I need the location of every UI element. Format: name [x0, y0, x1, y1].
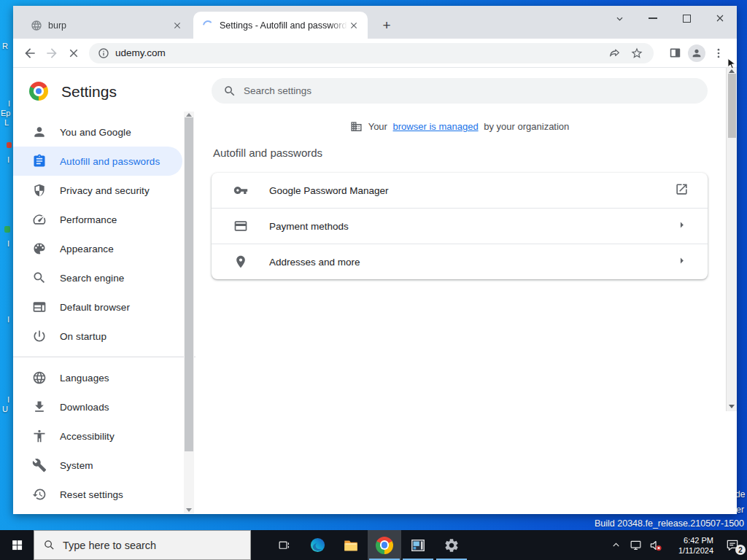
bookmark-star-icon[interactable]	[626, 42, 648, 64]
task-view-button[interactable]	[267, 530, 301, 560]
taskbar: 6:42 PM 1/11/2024 2	[0, 530, 747, 560]
palette-icon	[32, 241, 47, 256]
desktop-icon-label-fragment: de	[735, 489, 745, 499]
settings-gear-icon[interactable]	[435, 530, 468, 560]
minimize-button[interactable]	[636, 6, 670, 31]
managed-link[interactable]: browser is managed	[393, 121, 479, 132]
scroll-up-icon[interactable]	[186, 113, 192, 117]
stop-loading-button[interactable]	[63, 42, 85, 64]
desktop-icon-fragment	[4, 226, 10, 233]
sidebar-item-appearance[interactable]: Appearance	[13, 234, 182, 263]
tray-chevron-up-icon[interactable]	[606, 530, 626, 560]
sidebar-divider	[13, 357, 196, 357]
url-text[interactable]: udemy.com	[115, 47, 604, 58]
system-tray: 6:42 PM 1/11/2024 2	[606, 530, 747, 560]
desktop-icon-label-fragment: I	[7, 155, 9, 164]
scrollbar-thumb[interactable]	[185, 117, 193, 451]
chrome-window: burp Settings - Autofill and passwords +	[13, 6, 737, 514]
page-scrollbar[interactable]	[726, 68, 737, 411]
key-icon	[233, 183, 248, 198]
volume-muted-icon[interactable]	[646, 530, 665, 560]
chevron-right-icon	[675, 254, 689, 271]
address-bar[interactable]: udemy.com	[89, 43, 654, 63]
tab-settings[interactable]: Settings - Autofill and passwords	[193, 12, 368, 39]
clock-date: 1/11/2024	[668, 545, 713, 556]
sidebar-item-on-startup[interactable]: On startup	[13, 322, 182, 351]
taskbar-clock[interactable]: 6:42 PM 1/11/2024	[668, 535, 713, 556]
tab-title: Settings - Autofill and passwords	[220, 20, 347, 31]
sidebar-item-label: Languages	[60, 373, 109, 384]
row-payment-methods[interactable]: Payment methods	[212, 209, 708, 244]
row-addresses[interactable]: Addresses and more	[212, 244, 708, 279]
sidebar-item-search-engine[interactable]: Search engine	[13, 263, 182, 292]
sidebar-item-reset[interactable]: Reset settings	[13, 480, 182, 509]
tab-close-icon[interactable]	[171, 19, 184, 32]
search-icon	[223, 85, 236, 98]
settings-search-input[interactable]	[244, 85, 669, 96]
browser-window-icon	[32, 300, 47, 314]
sidebar-item-label: You and Google	[60, 127, 131, 138]
clipboard-icon	[32, 154, 47, 168]
open-in-new-icon[interactable]	[675, 182, 689, 199]
file-explorer-icon[interactable]	[334, 530, 368, 560]
forward-button[interactable]	[41, 42, 63, 64]
sidebar-item-label: Appearance	[60, 244, 114, 254]
back-button[interactable]	[19, 42, 41, 64]
page-title: Settings	[61, 83, 117, 101]
taskbar-search-input[interactable]	[63, 540, 209, 551]
taskbar-search[interactable]	[34, 530, 251, 560]
share-icon[interactable]	[604, 42, 626, 64]
new-tab-button[interactable]: +	[379, 18, 395, 34]
edge-icon[interactable]	[301, 530, 334, 560]
sidebar-item-label: Downloads	[60, 402, 109, 413]
scrollbar-thumb[interactable]	[728, 74, 736, 138]
sidebar-item-you-and-google[interactable]: You and Google	[13, 117, 182, 147]
sidebar-item-downloads[interactable]: Downloads	[13, 392, 182, 421]
start-button[interactable]	[0, 530, 34, 560]
scroll-down-icon[interactable]	[729, 405, 735, 408]
sidebar-item-autofill[interactable]: Autofill and passwords	[13, 147, 182, 176]
power-icon	[32, 329, 47, 343]
managed-notice: Your browser is managed by your organiza…	[212, 120, 708, 133]
network-icon[interactable]	[626, 530, 646, 560]
tab-title: burp	[48, 20, 171, 31]
person-icon	[32, 125, 47, 139]
settings-search[interactable]	[212, 78, 708, 104]
row-google-password-manager[interactable]: Google Password Manager	[212, 173, 708, 208]
profile-avatar-icon[interactable]	[686, 42, 708, 64]
chrome-logo-icon	[376, 537, 393, 554]
desktop-icon-label-fragment: Ep	[1, 109, 10, 117]
action-center-icon[interactable]: 2	[718, 530, 747, 560]
search-icon	[43, 539, 55, 551]
tab-search-chevron-icon[interactable]	[603, 6, 636, 31]
tab-close-icon[interactable]	[347, 19, 360, 32]
sidebar-item-system[interactable]: System	[13, 451, 182, 480]
sidebar-item-languages[interactable]: Languages	[13, 363, 182, 392]
app-window-icon[interactable]	[401, 530, 435, 560]
sidebar-item-accessibility[interactable]: Accessibility	[13, 421, 182, 451]
close-window-button[interactable]	[703, 6, 737, 31]
maximize-button[interactable]	[670, 6, 703, 31]
tab-strip: burp Settings - Autofill and passwords +	[13, 6, 737, 39]
row-label: Payment methods	[269, 221, 675, 232]
sidebar-item-performance[interactable]: Performance	[13, 205, 182, 234]
managed-text: by your organization	[484, 121, 569, 132]
chrome-taskbar-icon[interactable]	[368, 530, 401, 560]
desktop-icon-label-fragment: I	[7, 395, 9, 404]
desktop-icon-label-fragment: I	[8, 99, 10, 108]
organization-building-icon	[350, 120, 363, 133]
desktop-icon-fragment	[7, 142, 12, 148]
sidebar-scrollbar[interactable]	[184, 112, 194, 513]
sidebar-item-label: Default browser	[60, 302, 130, 313]
sidebar-item-privacy[interactable]: Privacy and security	[13, 176, 182, 205]
site-info-icon[interactable]	[98, 47, 109, 59]
autofill-card: Google Password Manager Payment methods …	[212, 173, 708, 279]
sidebar-item-label: Performance	[60, 214, 117, 225]
speedometer-icon	[32, 212, 47, 227]
sidebar-item-default-browser[interactable]: Default browser	[13, 292, 182, 322]
side-panel-icon[interactable]	[664, 42, 686, 64]
settings-main: Your browser is managed by your organiza…	[212, 68, 708, 514]
tab-burp[interactable]: burp	[22, 12, 191, 39]
scroll-down-icon[interactable]	[186, 508, 192, 512]
accessibility-icon	[32, 429, 47, 443]
